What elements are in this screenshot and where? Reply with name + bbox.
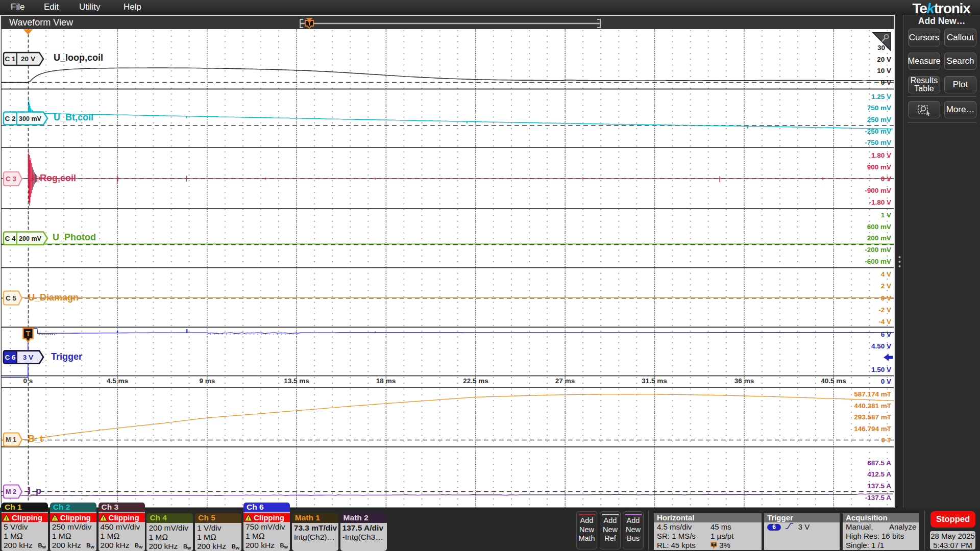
svg-text:!: ! bbox=[248, 516, 249, 521]
svg-text:C 5: C 5 bbox=[6, 294, 17, 302]
svg-text:!: ! bbox=[103, 516, 104, 521]
svg-text:!: ! bbox=[54, 516, 56, 521]
svg-text:T: T bbox=[713, 542, 716, 547]
svg-text:200 mV: 200 mV bbox=[19, 235, 41, 242]
svg-text:20 V: 20 V bbox=[21, 55, 35, 63]
svg-text:T: T bbox=[26, 330, 31, 338]
svg-text:300 mV: 300 mV bbox=[19, 115, 41, 122]
svg-text:C 1: C 1 bbox=[5, 55, 16, 63]
svg-text:3 V: 3 V bbox=[23, 354, 33, 361]
svg-text:!: ! bbox=[6, 516, 7, 521]
svg-text:C 3: C 3 bbox=[6, 175, 17, 183]
svg-text:M 2: M 2 bbox=[6, 488, 16, 495]
svg-text:C 6: C 6 bbox=[5, 354, 16, 361]
svg-text:C 2: C 2 bbox=[5, 115, 15, 122]
svg-text:M 1: M 1 bbox=[6, 436, 16, 443]
svg-text:C 4: C 4 bbox=[5, 235, 16, 242]
